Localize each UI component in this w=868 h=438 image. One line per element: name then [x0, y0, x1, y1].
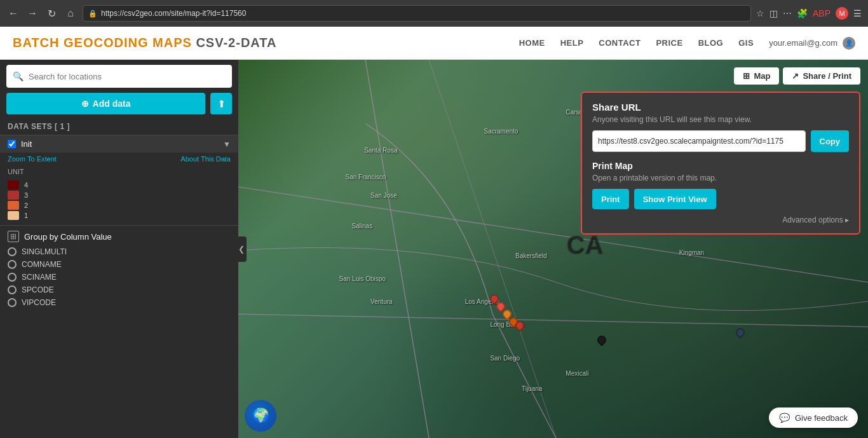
map-tab-label: Map	[754, 71, 770, 81]
datasets-header: DATA SETS [ 1 ]	[0, 118, 238, 135]
dataset-name: Init	[21, 139, 223, 149]
map-pin-6[interactable]	[597, 336, 606, 348]
address-bar[interactable]: 🔒 https://csv2geo.com/site/map-it?id=117…	[83, 5, 751, 22]
sidebar: 🔍 ⊕ Add data ⬆ DATA SETS [ 1 ] Init ▼ Zo…	[0, 60, 238, 438]
plus-icon: ⊕	[81, 99, 89, 109]
chevron-left-icon: ❮	[238, 245, 245, 254]
nav-gis[interactable]: GIS	[738, 38, 754, 48]
hamburger-icon[interactable]: ☰	[853, 8, 862, 18]
radio-spcode[interactable]	[8, 285, 17, 294]
nav-blog[interactable]: BLOG	[698, 38, 724, 48]
lock-icon: 🔒	[88, 10, 97, 18]
legend-swatch-2	[8, 201, 19, 210]
legend-item-2: 2	[8, 201, 231, 210]
pocket-icon[interactable]: ◫	[770, 8, 778, 18]
share-url-title: Share URL	[592, 102, 849, 113]
back-button[interactable]: ←	[6, 6, 20, 20]
map-pin-5[interactable]	[515, 321, 524, 334]
group-item-spcode[interactable]: SPCODE	[8, 285, 231, 294]
share-icon: ↗	[792, 71, 799, 81]
legend-item-4: 4	[8, 181, 231, 189]
share-print-button[interactable]: ↗ Share / Print	[783, 67, 860, 85]
share-panel: Share URL Anyone visiting this URL will …	[581, 92, 860, 235]
group-by-header[interactable]: ⊞ Group by Column Value	[8, 231, 231, 242]
show-print-view-button[interactable]: Show Print View	[634, 189, 716, 209]
dataset-checkbox[interactable]	[8, 140, 16, 148]
browser-icons: ☆ ◫ ⋯ 🧩 ABP M ☰	[756, 7, 862, 20]
dataset-item: Init ▼	[0, 135, 238, 153]
share-url-desc: Anyone visiting this URL will see this m…	[592, 115, 849, 124]
forward-button[interactable]: →	[25, 6, 39, 20]
about-data-link[interactable]: About This Data	[180, 155, 231, 163]
map-pin-7[interactable]	[736, 328, 745, 341]
sidebar-collapse-handle[interactable]: ❮	[236, 236, 247, 262]
feedback-icon: 💬	[779, 413, 790, 423]
legend-item-1: 1	[8, 211, 231, 220]
give-feedback-button[interactable]: 💬 Give feedback	[769, 407, 858, 428]
group-label-vipcode: VIPCODE	[22, 298, 56, 307]
color-legend: 4 3 2 1	[0, 178, 238, 225]
group-by-label: Group by Column Value	[24, 232, 112, 242]
group-item-vipcode[interactable]: VIPCODE	[8, 298, 231, 307]
group-icon: ⊞	[8, 231, 19, 242]
group-item-singlmulti[interactable]: SINGLMULTI	[8, 247, 231, 256]
adblock-icon[interactable]: ABP	[813, 8, 831, 18]
legend-item-3: 3	[8, 191, 231, 200]
logo-text-batch: BATCH GEOCODING MAPS	[13, 36, 196, 50]
browser-bar: ← → ↻ ⌂ 🔒 https://csv2geo.com/site/map-i…	[0, 0, 868, 27]
advanced-options-link[interactable]: Advanced options ▸	[592, 216, 849, 224]
map-toolbar: ⊞ Map ↗ Share / Print	[734, 67, 860, 85]
user-email: your.email@g.com	[769, 38, 837, 48]
nav-home[interactable]: HOME	[519, 38, 545, 48]
menu-icon[interactable]: ⋯	[783, 8, 792, 18]
group-label-comname: COMNAME	[22, 260, 62, 269]
print-buttons-row: Print Show Print View	[592, 189, 849, 209]
copy-button[interactable]: Copy	[811, 130, 850, 152]
home-button[interactable]: ⌂	[64, 6, 78, 20]
map-tab-button[interactable]: ⊞ Map	[734, 67, 779, 85]
group-section: ⊞ Group by Column Value SINGLMULTI COMNA…	[0, 225, 238, 312]
group-item-sciname[interactable]: SCINAME	[8, 273, 231, 282]
logo-text-csv: CSV-2-DATA	[196, 36, 276, 50]
bookmark-icon[interactable]: ☆	[756, 8, 764, 18]
globe-logo: 🌍	[245, 400, 276, 432]
legend-label-4: 4	[24, 181, 28, 189]
print-button[interactable]: Print	[592, 189, 629, 209]
radio-sciname[interactable]	[8, 273, 17, 282]
upload-icon: ⬆	[217, 98, 226, 110]
search-input[interactable]	[29, 72, 226, 81]
group-list: SINGLMULTI COMNAME SCINAME SPCODE VIPCOD…	[8, 247, 231, 307]
map-tab-icon: ⊞	[743, 71, 750, 81]
upload-button[interactable]: ⬆	[210, 93, 232, 114]
legend-swatch-1	[8, 211, 19, 220]
search-icon: 🔍	[13, 71, 24, 81]
map-area[interactable]: Carson City Sacramento Santa Rosa San Fr…	[238, 60, 868, 438]
legend-label-3: 3	[24, 191, 28, 199]
search-bar: 🔍	[6, 65, 232, 88]
radio-vipcode[interactable]	[8, 298, 17, 307]
main-container: 🔍 ⊕ Add data ⬆ DATA SETS [ 1 ] Init ▼ Zo…	[0, 60, 868, 438]
user-avatar[interactable]: 👤	[843, 37, 855, 50]
print-section-title: Print Map	[592, 161, 849, 171]
print-section-desc: Open a printable version of this map.	[592, 174, 849, 182]
zoom-to-extent-link[interactable]: Zoom To Extent	[8, 155, 57, 163]
nav-contact[interactable]: CONTACT	[599, 38, 641, 48]
user-area: your.email@g.com 👤	[769, 37, 855, 50]
extension-icon[interactable]: 🧩	[797, 8, 808, 18]
legend-swatch-3	[8, 191, 19, 200]
share-url-row: Copy	[592, 130, 849, 152]
group-label-singlmulti: SINGLMULTI	[22, 247, 67, 256]
add-data-label: Add data	[93, 99, 131, 109]
add-data-button[interactable]: ⊕ Add data	[6, 93, 205, 114]
nav-help[interactable]: HELP	[560, 38, 584, 48]
group-item-comname[interactable]: COMNAME	[8, 260, 231, 269]
refresh-button[interactable]: ↻	[44, 6, 58, 20]
dataset-expand-icon[interactable]: ▼	[223, 140, 231, 149]
share-url-input[interactable]	[592, 130, 806, 152]
share-tab-label: Share / Print	[803, 71, 851, 81]
radio-comname[interactable]	[8, 260, 17, 269]
profile-icon[interactable]: M	[836, 7, 848, 20]
nav-price[interactable]: PRICE	[656, 38, 682, 48]
legend-swatch-4	[8, 181, 19, 189]
radio-singlmulti[interactable]	[8, 247, 17, 256]
